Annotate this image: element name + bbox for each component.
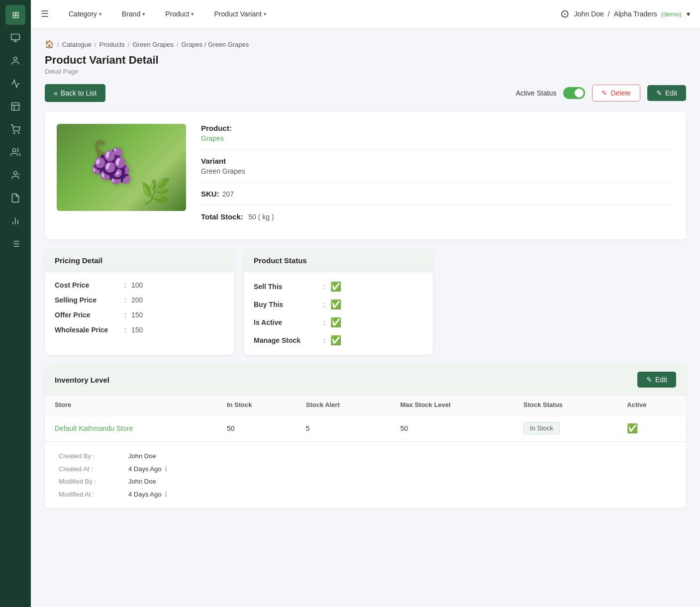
stock-alert-value: 5 bbox=[296, 415, 391, 442]
list-icon[interactable] bbox=[5, 234, 25, 254]
offer-price-row: Offer Price : 150 bbox=[55, 311, 224, 319]
variant-field-label: Variant bbox=[201, 157, 674, 165]
active-check-icon: ✅ bbox=[627, 423, 638, 433]
sell-this-row: Sell This : ✅ bbox=[254, 281, 423, 292]
product-field-value[interactable]: Grapes bbox=[201, 134, 674, 142]
sku-value: 207 bbox=[222, 190, 234, 198]
offer-price-label: Offer Price bbox=[55, 311, 124, 319]
product-detail-card: Product: Grapes Variant Green Grapes SKU… bbox=[45, 112, 686, 239]
menu-icon[interactable]: ☰ bbox=[41, 8, 49, 19]
variant-field-value: Green Grapes bbox=[201, 167, 674, 175]
products-icon[interactable] bbox=[5, 28, 25, 48]
status-badge: In Stock bbox=[523, 422, 560, 434]
breadcrumb-catalogue[interactable]: Catalogue bbox=[62, 41, 92, 48]
col-stock-alert: Stock Alert bbox=[296, 395, 391, 415]
receipt-icon[interactable] bbox=[5, 188, 25, 208]
active-status-toggle[interactable] bbox=[563, 87, 585, 99]
person-settings-icon[interactable] bbox=[5, 165, 25, 185]
col-active: Active bbox=[617, 395, 686, 415]
breadcrumb-green-grapes[interactable]: Green Grapes bbox=[132, 41, 173, 48]
total-stock-row: Total Stock: 50 ( kg ) bbox=[201, 212, 674, 221]
offer-price-value: 150 bbox=[131, 311, 143, 319]
total-stock-label: Total Stock: bbox=[201, 212, 243, 221]
delete-button[interactable]: ✎ Delete bbox=[592, 85, 640, 101]
wholesale-price-row: Wholesale Price : 150 bbox=[55, 326, 224, 334]
modified-at-row: Modified At : 4 Days Ago ℹ bbox=[59, 490, 672, 498]
page-subtitle: Detail Page bbox=[45, 68, 686, 75]
main-content: 🏠 / Catalogue / Products / Green Grapes … bbox=[31, 28, 700, 607]
total-stock-value: 50 ( kg ) bbox=[248, 213, 274, 221]
cost-price-label: Cost Price bbox=[55, 281, 124, 289]
sell-this-label: Sell This bbox=[254, 283, 323, 291]
product-info: Product: Grapes Variant Green Grapes SKU… bbox=[201, 124, 674, 227]
divider-2 bbox=[201, 182, 674, 183]
topnav: ☰ Category ▾ Brand ▾ Product ▾ Product V… bbox=[31, 0, 700, 28]
back-to-list-button[interactable]: « Back to List bbox=[45, 84, 105, 102]
cost-price-value: 100 bbox=[131, 281, 143, 289]
product-image bbox=[57, 124, 186, 211]
breadcrumb-products[interactable]: Products bbox=[100, 41, 125, 48]
col-stock-status: Stock Status bbox=[513, 395, 617, 415]
nav-product-variant[interactable]: Product Variant ▾ bbox=[209, 7, 271, 21]
action-right: Active Status ✎ Delete ✎ Edit bbox=[516, 85, 686, 101]
svg-rect-0 bbox=[11, 34, 20, 40]
wholesale-price-value: 150 bbox=[131, 326, 143, 334]
github-icon[interactable]: ⊙ bbox=[560, 7, 569, 20]
action-bar: « Back to List Active Status ✎ Delete ✎ … bbox=[45, 84, 686, 102]
cart-icon[interactable] bbox=[5, 119, 25, 139]
svg-point-10 bbox=[14, 172, 17, 175]
inventory-icon[interactable] bbox=[5, 97, 25, 116]
product-field-row: Product: Grapes bbox=[201, 124, 674, 142]
analytics-icon[interactable] bbox=[5, 74, 25, 94]
edit-button[interactable]: ✎ Edit bbox=[647, 85, 686, 101]
col-in-stock: In Stock bbox=[217, 395, 296, 415]
manage-stock-check: ✅ bbox=[330, 335, 341, 346]
store-link[interactable]: Default Kathmandu Store bbox=[55, 424, 133, 432]
pricing-body: Cost Price : 100 Selling Price : 200 Off… bbox=[45, 272, 234, 343]
divider-3 bbox=[201, 205, 674, 205]
inventory-edit-button[interactable]: ✎ Edit bbox=[637, 372, 676, 388]
created-by-row: Created By : John Doe bbox=[59, 452, 672, 460]
created-by-value: John Doe bbox=[128, 452, 156, 460]
breadcrumb-current: Grapes / Green Grapes bbox=[181, 41, 249, 48]
selling-price-value: 200 bbox=[131, 296, 143, 304]
divider-1 bbox=[201, 149, 674, 150]
created-at-info-icon[interactable]: ℹ bbox=[165, 465, 167, 473]
dashboard-icon[interactable]: ⊞ bbox=[5, 5, 25, 25]
inventory-header: Inventory Level ✎ Edit bbox=[45, 365, 686, 395]
breadcrumb: 🏠 / Catalogue / Products / Green Grapes … bbox=[45, 40, 686, 49]
user-dropdown-arrow[interactable]: ▾ bbox=[687, 10, 690, 18]
is-active-row: Is Active : ✅ bbox=[254, 317, 423, 328]
modified-at-info-icon[interactable]: ℹ bbox=[165, 490, 167, 498]
modified-by-value: John Doe bbox=[128, 478, 156, 485]
variant-field-row: Variant Green Grapes bbox=[201, 157, 674, 175]
manage-stock-label: Manage Stock bbox=[254, 336, 323, 344]
reports-icon[interactable] bbox=[5, 211, 25, 231]
nav-product[interactable]: Product ▾ bbox=[160, 7, 199, 21]
max-stock-value: 50 bbox=[390, 415, 513, 442]
inventory-edit-icon: ✎ bbox=[646, 376, 652, 384]
svg-point-9 bbox=[12, 149, 16, 152]
inventory-header-title: Inventory Level bbox=[55, 376, 109, 384]
svg-point-3 bbox=[14, 57, 17, 61]
nav-category[interactable]: Category ▾ bbox=[64, 7, 107, 21]
inventory-table: Store In Stock Stock Alert Max Stock Lev… bbox=[45, 395, 686, 442]
is-active-check: ✅ bbox=[330, 317, 341, 328]
created-by-label: Created By : bbox=[59, 452, 128, 460]
home-icon[interactable]: 🏠 bbox=[45, 40, 54, 49]
product-field-label: Product: bbox=[201, 124, 674, 132]
users-icon[interactable] bbox=[5, 51, 25, 71]
stock-status-value: In Stock bbox=[513, 415, 617, 442]
team-icon[interactable] bbox=[5, 142, 25, 162]
selling-price-label: Selling Price bbox=[55, 296, 124, 304]
cost-price-row: Cost Price : 100 bbox=[55, 281, 224, 289]
nav-brand[interactable]: Brand ▾ bbox=[117, 7, 150, 21]
created-at-row: Created At : 4 Days Ago ℹ bbox=[59, 465, 672, 473]
selling-price-row: Selling Price : 200 bbox=[55, 296, 224, 304]
svg-point-8 bbox=[18, 133, 19, 134]
buy-this-check: ✅ bbox=[330, 299, 341, 310]
col-store: Store bbox=[45, 395, 217, 415]
inventory-level-card: Inventory Level ✎ Edit Store In Stock St… bbox=[45, 365, 686, 508]
sku-row: SKU: 207 bbox=[201, 190, 674, 198]
buy-this-row: Buy This : ✅ bbox=[254, 299, 423, 310]
